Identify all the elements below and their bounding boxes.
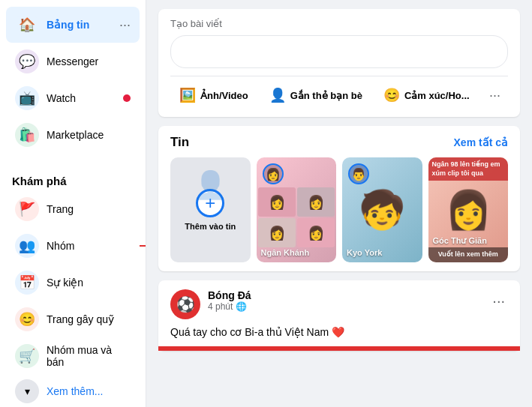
stories-title: Tin bbox=[170, 135, 189, 150]
nav-fundraiser[interactable]: 😊 Trang gây quỹ bbox=[6, 301, 140, 337]
post-content: Quá tay cho cơ Bi-a thủ Việt Nam ❤️ bbox=[170, 325, 508, 340]
explore-section-title: Khám phá bbox=[0, 166, 146, 190]
stories-section: Tin Xem tất cả + Thêm vào tin 👤 👩 👩 bbox=[158, 126, 520, 271]
see-all-link[interactable]: Xem tất cả bbox=[454, 136, 508, 148]
nav-marketplace[interactable]: 🛍️ Marketplace bbox=[6, 117, 140, 153]
nav-buy-sell[interactable]: 🛒 Nhóm mua và bán bbox=[6, 338, 140, 374]
tag-label: Gắn thẻ bạn bè bbox=[290, 90, 362, 101]
pages-label: Trang bbox=[47, 203, 74, 215]
events-label: Sự kiện bbox=[47, 277, 83, 289]
buy-sell-icon: 🛒 bbox=[15, 344, 39, 368]
photo-video-label: Ảnh/Video bbox=[200, 90, 248, 101]
post-time: 4 phút 🌐 bbox=[208, 301, 482, 312]
post-creator-title: Tạo bài viết bbox=[170, 18, 508, 29]
nav-newsfeed[interactable]: 🏠 Bảng tin ··· bbox=[6, 7, 140, 43]
add-story-label: Thêm vào tin bbox=[185, 222, 236, 231]
story-label-goc: Góc Thư Giãn bbox=[433, 234, 487, 246]
nav-pages[interactable]: 🚩 Trang bbox=[6, 191, 140, 227]
post-image-bar bbox=[158, 346, 520, 351]
post-input[interactable] bbox=[170, 35, 508, 68]
feeling-icon: 😊 bbox=[383, 87, 400, 103]
post-author: Bóng Đá bbox=[208, 289, 482, 301]
add-story-card[interactable]: + Thêm vào tin 👤 bbox=[170, 157, 251, 262]
tag-icon: 👤 bbox=[269, 87, 286, 103]
newsfeed-more[interactable]: ··· bbox=[119, 18, 131, 31]
post-creator: Tạo bài viết 🖼️ Ảnh/Video 👤 Gắn thẻ bạn … bbox=[158, 9, 520, 117]
newsfeed-icon: 🏠 bbox=[15, 13, 39, 37]
story-label-ngan-khanh: Ngân Khánh bbox=[261, 246, 310, 258]
post-more-actions[interactable]: ··· bbox=[482, 82, 508, 108]
watch-label: Watch bbox=[47, 92, 76, 104]
chevron-down-icon: ▾ bbox=[15, 379, 39, 403]
tag-friend-button[interactable]: 👤 Gắn thẻ bạn bè bbox=[260, 82, 371, 108]
post-options-button[interactable]: ··· bbox=[489, 289, 508, 313]
post-avatar: ⚽ bbox=[170, 289, 200, 319]
nav-events[interactable]: 📅 Sự kiện bbox=[6, 265, 140, 301]
story-goc-thu-gian[interactable]: Ngân 98 lên tiếng em xúm clip tôi qua 👩 … bbox=[428, 157, 509, 262]
groups-icon: 👥 bbox=[15, 234, 39, 258]
story-badge: Ngân 98 lên tiếng em xúm clip tôi qua bbox=[428, 157, 509, 181]
see-more-button[interactable]: ▾ Xem thêm... bbox=[6, 375, 140, 407]
stories-header: Tin Xem tất cả bbox=[170, 135, 508, 150]
person-silhouette: 👤 bbox=[194, 169, 227, 201]
story-mini-grid: 👩 👩 👩 👩 bbox=[257, 186, 337, 249]
story-ngan-khanh[interactable]: 👩 👩 👩 👩 👩 Ngân Khánh bbox=[257, 157, 337, 262]
buy-sell-label: Nhóm mua và bán bbox=[47, 344, 131, 368]
story-label-kyo-york: Kyo York bbox=[347, 246, 382, 258]
fundraiser-label: Trang gây quỹ bbox=[47, 313, 114, 325]
main-content: Tạo bài viết 🖼️ Ảnh/Video 👤 Gắn thẻ bạn … bbox=[146, 0, 532, 407]
watch-icon: 📺 bbox=[15, 86, 39, 110]
nav-watch[interactable]: 📺 Watch bbox=[6, 80, 140, 116]
marketplace-icon: 🛍️ bbox=[15, 123, 39, 147]
story-overlay: Vuốt lên xem thêm bbox=[428, 247, 509, 262]
story-avatar-kyo-york: 👨 bbox=[348, 163, 369, 184]
newsfeed-label: Bảng tin bbox=[47, 19, 89, 31]
events-icon: 📅 bbox=[15, 271, 39, 295]
feeling-button[interactable]: 😊 Cảm xúc/Ho... bbox=[374, 82, 479, 108]
photo-video-icon: 🖼️ bbox=[179, 87, 196, 103]
marketplace-label: Marketplace bbox=[47, 129, 104, 141]
story-kyo-york[interactable]: 👨 🧒 Kyo York bbox=[342, 157, 422, 262]
privacy-icon: 🌐 bbox=[236, 301, 247, 312]
see-more-label: Xem thêm... bbox=[47, 385, 103, 397]
post-meta: Bóng Đá 4 phút 🌐 bbox=[208, 289, 482, 312]
messenger-label: Messenger bbox=[47, 55, 98, 67]
sidebar: 🏠 Bảng tin ··· 💬 Messenger 📺 Watch 🛍️ Ma… bbox=[0, 0, 146, 407]
stories-grid: + Thêm vào tin 👤 👩 👩 👩 👩 👩 bbox=[170, 157, 508, 262]
nav-groups[interactable]: 👥 Nhóm bbox=[6, 228, 140, 264]
story-avatar-ngan-khanh: 👩 bbox=[263, 163, 284, 184]
post-header: ⚽ Bóng Đá 4 phút 🌐 ··· bbox=[170, 289, 508, 319]
messenger-icon: 💬 bbox=[15, 49, 39, 73]
feeling-label: Cảm xúc/Ho... bbox=[404, 90, 470, 101]
nav-messenger[interactable]: 💬 Messenger bbox=[6, 43, 140, 79]
feed-post-bong-da: ⚽ Bóng Đá 4 phút 🌐 ··· Quá tay cho cơ Bi… bbox=[158, 280, 520, 351]
photo-video-button[interactable]: 🖼️ Ảnh/Video bbox=[170, 82, 257, 108]
watch-notification-dot bbox=[123, 94, 131, 102]
fundraiser-icon: 😊 bbox=[15, 307, 39, 331]
post-actions: 🖼️ Ảnh/Video 👤 Gắn thẻ bạn bè 😊 Cảm xúc/… bbox=[170, 76, 508, 108]
pages-icon: 🚩 bbox=[15, 197, 39, 221]
groups-label: Nhóm bbox=[47, 240, 74, 252]
